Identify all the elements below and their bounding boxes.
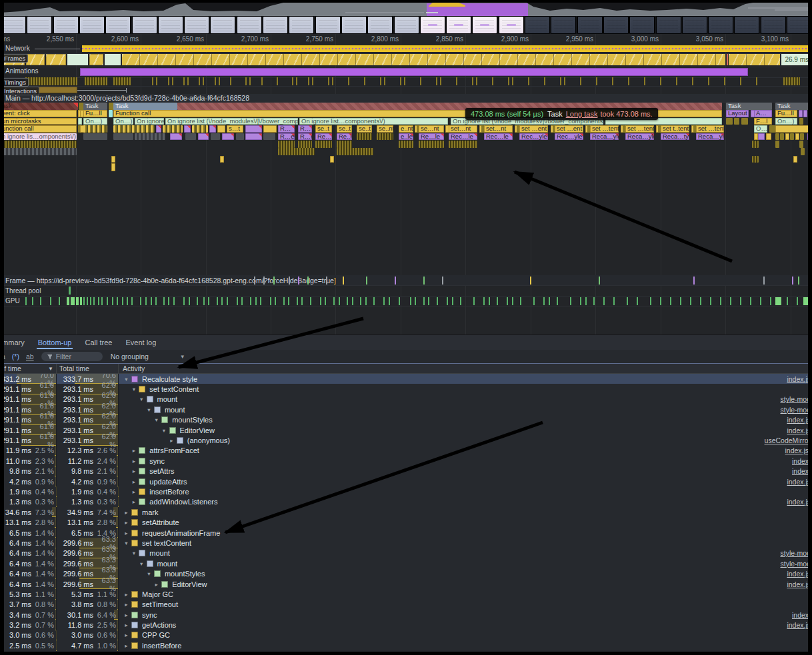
source-link[interactable]: index.	[792, 611, 811, 619]
filmstrip-thumbnail[interactable]	[106, 17, 130, 33]
table-row[interactable]: 291.1 ms61.6 %293.1 ms62.0 %▾mountStyles…	[0, 415, 812, 425]
grouping-dropdown[interactable]: No grouping ▼	[111, 352, 185, 360]
table-row[interactable]: 3.7 ms0.8 %3.8 ms0.8 %▸setTimeout	[0, 600, 812, 610]
source-link[interactable]: index.js	[787, 498, 811, 506]
filmstrip-thumbnail[interactable]	[1, 17, 25, 33]
flame-bar[interactable]	[0, 141, 77, 148]
flame-bar[interactable]: R…e	[278, 133, 295, 141]
collapse-icon[interactable]: ▾	[123, 376, 130, 382]
flame-bar[interactable]	[113, 133, 133, 141]
expand-icon[interactable]: ▸	[168, 437, 175, 444]
frame-track-header[interactable]: Frame — https://id-preview--bd53fd9d-728…	[0, 275, 812, 286]
flame-bar[interactable]: Task	[775, 103, 812, 110]
filter-input[interactable]	[55, 352, 97, 361]
flame-bar[interactable]: set t..tent	[661, 125, 689, 133]
cpu-overview-minimap[interactable]	[0, 0, 812, 16]
flame-bar[interactable]: Rec…yle	[555, 133, 583, 141]
filmstrip-thumbnail[interactable]	[787, 17, 811, 33]
source-link[interactable]: index.js	[787, 621, 811, 629]
flame-bar[interactable]	[793, 156, 797, 163]
flame-bar[interactable]: R…	[278, 125, 295, 133]
expand-icon[interactable]: ▸	[123, 632, 130, 638]
flame-bar[interactable]	[734, 118, 739, 125]
collapse-icon[interactable]: ▾	[153, 416, 160, 423]
flame-bar[interactable]: A…	[754, 110, 772, 117]
table-row[interactable]: 13.1 ms2.8 %13.1 ms2.8 %▸setAttribute	[0, 517, 812, 527]
flame-bar[interactable]	[83, 133, 107, 141]
expand-icon[interactable]: ▸	[123, 612, 130, 618]
table-row[interactable]: 291.1 ms61.6 %293.1 ms62.0 %▾set textCon…	[0, 384, 812, 394]
source-link[interactable]: index.js	[787, 426, 811, 434]
screenshot-filmstrip[interactable]	[0, 16, 812, 34]
flame-bar[interactable]: On ignore list (\/node_modules\/|\/bower…	[165, 118, 298, 125]
filmstrip-thumbnail[interactable]	[159, 17, 183, 33]
expand-icon[interactable]: ▸	[123, 601, 130, 608]
table-row[interactable]: 9.8 ms2.1 %9.8 ms2.1 %▸setAttrsindex.	[0, 466, 812, 476]
source-link[interactable]: index.js	[787, 416, 811, 424]
tab-event-log[interactable]: Event log	[124, 336, 157, 349]
column-header-total-time[interactable]: Total time	[57, 364, 119, 373]
filmstrip-thumbnail[interactable]	[368, 17, 392, 33]
flame-bar[interactable]: On…)	[83, 118, 107, 125]
table-row[interactable]: 6.4 ms1.4 %299.6 ms63.3 %▾mountstyle-mod	[0, 548, 812, 558]
animations-track[interactable]: Animations	[0, 67, 812, 78]
flame-bar[interactable]: Reca…tyle	[661, 133, 689, 141]
filmstrip-thumbnail[interactable]	[525, 17, 549, 33]
source-link[interactable]: style-mod	[780, 560, 811, 568]
expand-icon[interactable]: ▸	[123, 509, 130, 516]
tab-summary[interactable]: ummary	[0, 336, 26, 349]
flame-bar[interactable]	[163, 125, 183, 133]
flame-bar[interactable]: set…nt	[484, 125, 513, 133]
flame-bar[interactable]	[377, 133, 393, 141]
collapse-icon[interactable]: ▾	[145, 570, 153, 577]
expand-icon[interactable]: ▸	[130, 458, 137, 464]
filmstrip-thumbnail[interactable]	[342, 17, 366, 33]
collapse-icon[interactable]: ▾	[138, 396, 145, 402]
table-row[interactable]: 11.9 ms2.5 %12.3 ms2.6 %▸attrsFromFaceti…	[0, 446, 812, 456]
flame-bar[interactable]	[170, 133, 182, 141]
frame-duration-badge[interactable]: 26.9 ms	[781, 54, 812, 65]
table-row[interactable]: 11.0 ms2.3 %11.2 ms2.4 %▸syncindex.	[0, 456, 812, 466]
flame-bar[interactable]	[752, 156, 759, 163]
filmstrip-thumbnail[interactable]	[683, 17, 707, 33]
flame-bar[interactable]: On ignore …onents\/)	[135, 118, 164, 125]
table-row[interactable]: 6.4 ms1.4 %299.6 ms63.3 %▸EditorViewinde…	[0, 579, 812, 589]
expand-icon[interactable]: ▸	[130, 498, 137, 505]
flame-bar[interactable]	[790, 133, 794, 141]
expand-icon[interactable]: ▸	[123, 530, 130, 536]
flame-bar[interactable]: R…	[298, 125, 312, 133]
flame-bar[interactable]	[156, 125, 161, 133]
filmstrip-thumbnail[interactable]	[395, 17, 419, 33]
flame-bar[interactable]	[785, 133, 789, 141]
flame-bar[interactable]: Re..le	[337, 133, 352, 141]
main-flame-chart[interactable]: askTaskTaskTaskTaskvent: clickFu…llFunct…	[0, 103, 812, 173]
expand-icon[interactable]: ▸	[130, 447, 137, 454]
tab-bottom-up[interactable]: Bottom-up	[37, 336, 73, 349]
match-whole-word-icon[interactable]: ab	[26, 352, 34, 360]
source-link[interactable]: useCodeMirror	[765, 436, 811, 444]
expand-icon[interactable]: ▸	[130, 478, 137, 485]
frame-block[interactable]	[26, 54, 45, 65]
expand-icon[interactable]: ▸	[123, 622, 130, 628]
collapse-icon[interactable]: ▾	[130, 386, 137, 392]
regex-icon[interactable]: (*)	[12, 352, 19, 360]
expand-icon[interactable]: ▸	[153, 581, 160, 588]
flame-bar[interactable]	[337, 148, 373, 155]
filmstrip-thumbnail[interactable]	[80, 17, 104, 33]
collapse-icon[interactable]: ▾	[145, 406, 153, 413]
filmstrip-thumbnail[interactable]	[54, 17, 78, 33]
table-row[interactable]: 331.2 ms70.0 %333.7 ms70.6 %▾Recalculate…	[0, 374, 812, 384]
flame-bar[interactable]	[766, 133, 771, 141]
frame-block[interactable]	[727, 54, 728, 65]
flame-bar[interactable]: Re…e	[315, 133, 332, 141]
flame-bar[interactable]	[184, 125, 191, 133]
main-thread-header[interactable]: Main — http://localhost:3000/projects/bd…	[0, 94, 812, 103]
flame-bar[interactable]: On…)	[113, 118, 133, 125]
flame-bar[interactable]	[801, 148, 805, 155]
table-row[interactable]: 291.1 ms61.6 %293.1 ms62.0 %▾EditorViewi…	[0, 425, 812, 435]
flame-bar[interactable]	[741, 118, 748, 125]
frames-blocks[interactable]: 26.9 ms	[0, 53, 812, 67]
filmstrip-thumbnail[interactable]	[735, 17, 759, 33]
gpu-track[interactable]: GPU	[0, 296, 812, 307]
flame-bar[interactable]	[245, 133, 262, 141]
